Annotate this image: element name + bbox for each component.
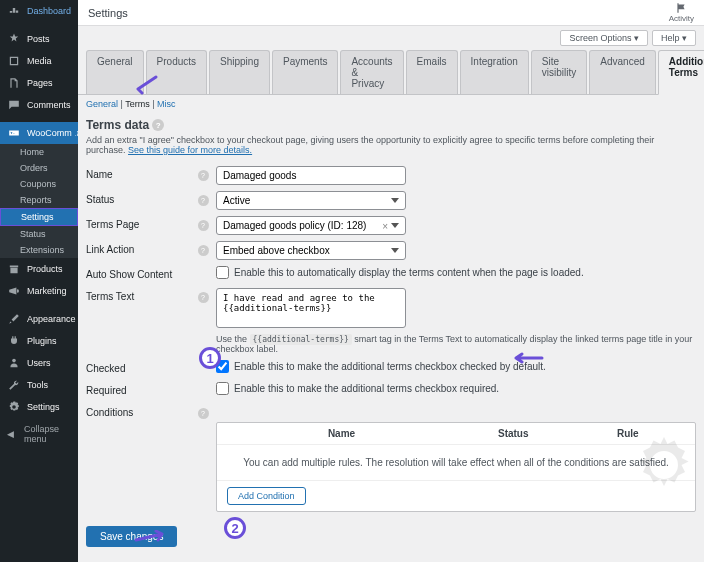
menu-posts[interactable]: Posts bbox=[0, 28, 78, 50]
media-icon bbox=[7, 54, 21, 68]
terms-text-textarea[interactable]: I have read and agree to the {{additiona… bbox=[216, 288, 406, 328]
breadcrumb: General | Terms | Misc bbox=[78, 95, 704, 113]
page-icon bbox=[7, 76, 21, 90]
gear-icon bbox=[7, 400, 21, 414]
brush-icon bbox=[7, 312, 21, 326]
menu-label: Media bbox=[27, 56, 52, 66]
required-text: Enable this to make the additional terms… bbox=[234, 383, 499, 394]
dashboard-icon bbox=[7, 4, 21, 18]
menu-appearance[interactable]: Appearance bbox=[0, 308, 78, 330]
admin-sidebar: Dashboard Posts Media Pages Comments Woo… bbox=[0, 0, 78, 562]
status-select[interactable]: Active bbox=[216, 191, 406, 210]
tab-emails[interactable]: Emails bbox=[406, 50, 458, 94]
terms-text-label: Terms Text bbox=[86, 288, 196, 302]
menu-dashboard[interactable]: Dashboard bbox=[0, 0, 78, 22]
submenu-settings[interactable]: Settings bbox=[0, 208, 78, 226]
submenu-reports[interactable]: Reports bbox=[0, 192, 78, 208]
guide-link[interactable]: See this guide for more details. bbox=[128, 145, 252, 155]
section-title: Terms data? bbox=[78, 113, 704, 135]
menu-tools[interactable]: Tools bbox=[0, 374, 78, 396]
page-title: Settings bbox=[88, 7, 128, 19]
menu-settings[interactable]: Settings bbox=[0, 396, 78, 418]
collapse-menu[interactable]: ◀Collapse menu bbox=[0, 418, 78, 450]
menu-comments[interactable]: Comments bbox=[0, 94, 78, 116]
tab-shipping[interactable]: Shipping bbox=[209, 50, 270, 94]
breadcrumb-terms: Terms bbox=[125, 99, 150, 109]
required-label: Required bbox=[86, 382, 196, 396]
link-action-label: Link Action bbox=[86, 241, 196, 255]
checked-label: Checked bbox=[86, 360, 196, 374]
help-button[interactable]: Help ▾ bbox=[652, 30, 696, 46]
gear-bg-icon bbox=[629, 430, 699, 500]
name-input[interactable] bbox=[216, 166, 406, 185]
menu-products[interactable]: Products bbox=[0, 258, 78, 280]
activity-label: Activity bbox=[669, 14, 694, 23]
tab-site-visibility[interactable]: Site visibility bbox=[531, 50, 587, 94]
submenu-status[interactable]: Status bbox=[0, 226, 78, 242]
menu-label: Users bbox=[27, 358, 51, 368]
menu-media[interactable]: Media bbox=[0, 50, 78, 72]
submenu-coupons[interactable]: Coupons bbox=[0, 176, 78, 192]
tab-payments[interactable]: Payments bbox=[272, 50, 338, 94]
menu-label: Posts bbox=[27, 34, 50, 44]
menu-label: Tools bbox=[27, 380, 48, 390]
name-label: Name bbox=[86, 166, 196, 180]
help-tip-icon[interactable]: ? bbox=[198, 408, 209, 419]
menu-label: Products bbox=[27, 264, 63, 274]
checked-text: Enable this to make the additional terms… bbox=[234, 361, 546, 372]
user-icon bbox=[7, 356, 21, 370]
svg-point-0 bbox=[12, 359, 16, 363]
woo-submenu: Home Orders Coupons Reports Settings Sta… bbox=[0, 144, 78, 258]
menu-woocommerce[interactable]: WooCommerce bbox=[0, 122, 78, 144]
plug-icon bbox=[7, 334, 21, 348]
link-action-select[interactable]: Embed above checkbox bbox=[216, 241, 406, 260]
menu-users[interactable]: Users bbox=[0, 352, 78, 374]
wrench-icon bbox=[7, 378, 21, 392]
tab-accounts[interactable]: Accounts & Privacy bbox=[340, 50, 403, 94]
terms-page-label: Terms Page bbox=[86, 216, 196, 230]
terms-page-select[interactable]: Damaged goods policy (ID: 128) bbox=[216, 216, 406, 235]
menu-marketing[interactable]: Marketing bbox=[0, 280, 78, 302]
annotation-marker-2: 2 bbox=[224, 517, 246, 539]
auto-show-checkbox[interactable] bbox=[216, 266, 229, 279]
settings-tabs: General Products Shipping Payments Accou… bbox=[78, 50, 704, 95]
submenu-orders[interactable]: Orders bbox=[0, 160, 78, 176]
help-tip-icon[interactable]: ? bbox=[198, 195, 209, 206]
menu-label: Plugins bbox=[27, 336, 57, 346]
help-tip-icon[interactable]: ? bbox=[198, 220, 209, 231]
screen-options-button[interactable]: Screen Options ▾ bbox=[560, 30, 648, 46]
clear-icon[interactable]: × bbox=[382, 220, 388, 231]
conditions-box: Name Status Rule You can add multiple ru… bbox=[216, 422, 696, 512]
breadcrumb-general[interactable]: General bbox=[86, 99, 118, 109]
annotation-arrow bbox=[134, 530, 166, 544]
status-label: Status bbox=[86, 191, 196, 205]
help-tip-icon[interactable]: ? bbox=[152, 119, 164, 131]
add-condition-button[interactable]: Add Condition bbox=[227, 487, 306, 505]
menu-label: Comments bbox=[27, 100, 71, 110]
submenu-home[interactable]: Home bbox=[0, 144, 78, 160]
tab-advanced[interactable]: Advanced bbox=[589, 50, 655, 94]
submenu-extensions[interactable]: Extensions bbox=[0, 242, 78, 258]
terms-text-hint: Use the {{additional-terms}} smart tag i… bbox=[216, 330, 696, 354]
woo-icon bbox=[7, 126, 21, 140]
activity-button[interactable]: Activity bbox=[669, 2, 694, 23]
tab-integration[interactable]: Integration bbox=[460, 50, 529, 94]
tab-additional-terms[interactable]: Additional Terms bbox=[658, 50, 704, 95]
help-tip-icon[interactable]: ? bbox=[198, 245, 209, 256]
menu-label: Marketing bbox=[27, 286, 67, 296]
cond-col-name: Name bbox=[227, 428, 456, 439]
menu-plugins[interactable]: Plugins bbox=[0, 330, 78, 352]
help-controls: Screen Options ▾ Help ▾ bbox=[78, 26, 704, 50]
auto-show-text: Enable this to automatically display the… bbox=[234, 267, 584, 278]
annotation-arrow bbox=[512, 352, 544, 364]
help-tip-icon[interactable]: ? bbox=[198, 170, 209, 181]
menu-label: Appearance bbox=[27, 314, 76, 324]
breadcrumb-misc[interactable]: Misc bbox=[157, 99, 176, 109]
collapse-icon: ◀ bbox=[7, 429, 18, 439]
required-checkbox[interactable] bbox=[216, 382, 229, 395]
menu-pages[interactable]: Pages bbox=[0, 72, 78, 94]
main-content: Settings Activity Screen Options ▾ Help … bbox=[78, 0, 704, 562]
menu-label: Dashboard bbox=[27, 6, 71, 16]
help-tip-icon[interactable]: ? bbox=[198, 292, 209, 303]
menu-label: Pages bbox=[27, 78, 53, 88]
